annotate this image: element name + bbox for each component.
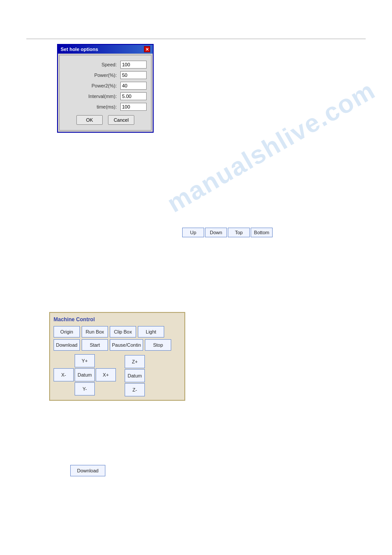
z-direction-grid: Z+ Datum Z- bbox=[125, 355, 145, 396]
empty-topleft bbox=[54, 354, 74, 367]
speed-label: Speed: bbox=[82, 62, 117, 67]
power1-input[interactable] bbox=[120, 71, 147, 79]
time-input[interactable] bbox=[120, 103, 147, 111]
x-plus-button[interactable]: X+ bbox=[96, 368, 116, 381]
download-section: Download bbox=[70, 465, 105, 476]
dialog-body: Speed: Power(%): Power2(%): Interval(mm)… bbox=[59, 55, 151, 131]
empty-bottomright bbox=[96, 382, 116, 395]
time-row: time(ms): bbox=[64, 103, 147, 111]
dialog-titlebar: Set hole options ✕ bbox=[58, 45, 153, 54]
power1-label: Power(%): bbox=[82, 73, 117, 78]
interval-input[interactable] bbox=[120, 92, 147, 100]
power1-row: Power(%): bbox=[64, 71, 147, 79]
y-plus-button[interactable]: Y+ bbox=[75, 354, 95, 367]
start-button[interactable]: Start bbox=[82, 339, 108, 351]
empty-topright bbox=[96, 354, 116, 367]
datum-z-button[interactable]: Datum bbox=[125, 369, 145, 382]
interval-label: Interval(mm): bbox=[82, 94, 117, 99]
up-button[interactable]: Up bbox=[182, 228, 204, 237]
z-plus-button[interactable]: Z+ bbox=[125, 355, 145, 368]
bottom-button[interactable]: Bottom bbox=[251, 228, 273, 237]
watermark: manualshlive.com bbox=[162, 75, 380, 218]
origin-button[interactable]: Origin bbox=[54, 326, 80, 337]
mc-row2: Download Start Pause/Contin Stop bbox=[54, 339, 181, 351]
empty-bottomleft bbox=[54, 382, 74, 395]
machine-control-title: Machine Control bbox=[54, 316, 181, 323]
y-minus-button[interactable]: Y- bbox=[75, 382, 95, 395]
mc-download-button[interactable]: Download bbox=[54, 339, 80, 351]
dialog-close-button[interactable]: ✕ bbox=[144, 46, 150, 52]
speed-row: Speed: bbox=[64, 61, 147, 69]
set-hole-dialog: Set hole options ✕ Speed: Power(%): Powe… bbox=[57, 44, 154, 133]
top-button[interactable]: Top bbox=[228, 228, 250, 237]
ok-button[interactable]: OK bbox=[76, 115, 103, 125]
stop-button[interactable]: Stop bbox=[145, 339, 171, 351]
top-rule bbox=[26, 39, 366, 39]
interval-row: Interval(mm): bbox=[64, 92, 147, 100]
clip-box-button[interactable]: Clip Box bbox=[110, 326, 136, 337]
dialog-buttons: OK Cancel bbox=[64, 115, 147, 127]
dialog-title: Set hole options bbox=[61, 47, 98, 52]
light-button[interactable]: Light bbox=[138, 326, 164, 337]
z-minus-button[interactable]: Z- bbox=[125, 383, 145, 396]
x-minus-button[interactable]: X- bbox=[54, 368, 74, 381]
cancel-button[interactable]: Cancel bbox=[108, 115, 134, 125]
run-box-button[interactable]: Run Box bbox=[82, 326, 108, 337]
pause-cont-button[interactable]: Pause/Contin bbox=[110, 339, 143, 351]
direction-pad: Y+ X- Datum X+ Y- Z+ Datum Z- bbox=[54, 354, 181, 396]
machine-control-panel: Machine Control Origin Run Box Clip Box … bbox=[49, 312, 185, 401]
download-button[interactable]: Download bbox=[70, 465, 105, 476]
power2-label: Power2(%): bbox=[82, 83, 117, 88]
down-button[interactable]: Down bbox=[205, 228, 227, 237]
speed-input[interactable] bbox=[120, 61, 147, 69]
power2-input[interactable] bbox=[120, 82, 147, 90]
mc-row1: Origin Run Box Clip Box Light bbox=[54, 326, 181, 337]
time-label: time(ms): bbox=[82, 104, 117, 109]
xy-direction-grid: Y+ X- Datum X+ Y- bbox=[54, 354, 116, 396]
power2-row: Power2(%): bbox=[64, 82, 147, 90]
datum-xy-button[interactable]: Datum bbox=[75, 368, 95, 381]
nav-buttons-row: Up Down Top Bottom bbox=[182, 228, 273, 237]
